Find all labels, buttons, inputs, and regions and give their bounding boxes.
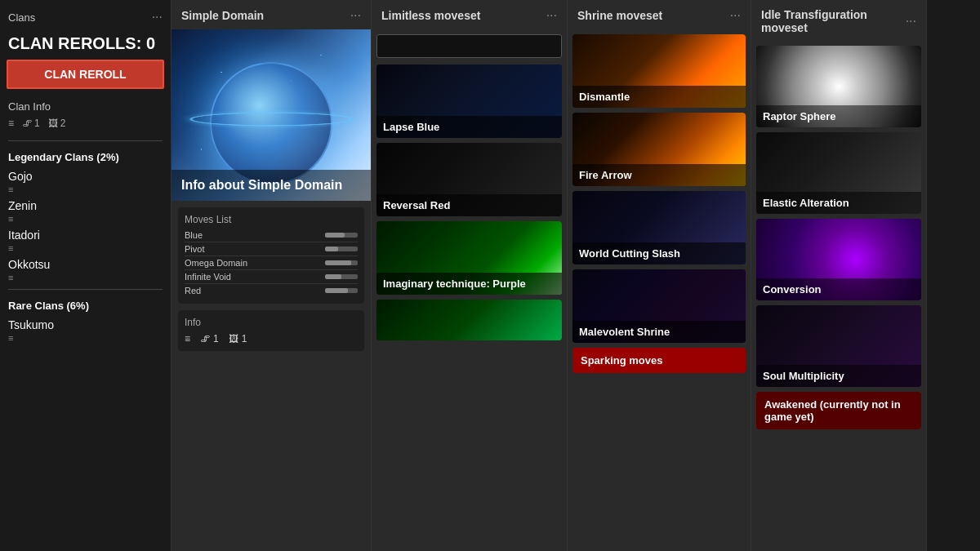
limitless-content: Lapse Blue Reversal Red Imaginary techni… [372,29,567,551]
move-card-fire-arrow[interactable]: Fire Arrow [572,113,746,186]
info-attach-icon: 🖇 [200,333,210,344]
column-simple-domain-title: Simple Domain [181,9,264,22]
sidebar-divider [8,140,163,141]
move-bar-red [325,288,358,293]
info-menu-icon: ≡ [185,333,190,344]
clan-sub-zenin: ≡ [8,214,163,224]
info-icon-attach: 🖇 1 [200,333,219,344]
fire-arrow-image: Fire Arrow [572,113,746,186]
move-bar-fill-red [325,288,348,293]
move-card-lapse-blue[interactable]: Lapse Blue [376,64,562,138]
clan-item-itadori[interactable]: Itadori ≡ [0,225,171,255]
move-row-infinite[interactable]: Infinite Void [185,270,358,284]
move-card-conversion[interactable]: Conversion [756,219,921,300]
clan-name-okkotsu: Okkotsu [8,258,163,271]
move-card-raptor-sphere[interactable]: Raptor Sphere [756,46,921,127]
move-bar-fill-pivot [325,247,338,251]
menu-icon: ≡ [8,118,14,129]
green-card-image [376,300,562,340]
move-name-blue: Blue [185,230,203,240]
move-card-elastic-alteration[interactable]: Elastic Alteration [756,132,921,214]
info-img-icon: 🖼 [229,333,238,344]
simple-domain-menu-icon[interactable]: ··· [350,8,361,23]
column-shrine-header: Shrine moveset ··· [568,0,751,29]
clan-icon-image: 🖼 2 [48,118,66,129]
move-bar-infinite [325,274,358,279]
sparking-moves-label: Sparking moves [581,354,737,367]
move-card-soul-multiplicity[interactable]: Soul Multiplicity [756,305,921,387]
sparking-moves-row[interactable]: Sparking moves [572,348,746,373]
shrine-content: Dismantle Fire Arrow World Cutting Slash… [568,29,751,551]
conversion-image: Conversion [756,219,921,300]
attachment-icon: 🖇 [22,118,32,129]
clan-reroll-button[interactable]: CLAN REROLL [7,60,164,89]
clan-sub-okkotsu: ≡ [8,273,163,282]
clan-rerolls-count: CLAN REROLLS: 0 [0,31,171,60]
move-row-pivot[interactable]: Pivot [185,242,358,256]
column-shrine: Shrine moveset ··· Dismantle Fire Arrow … [568,0,751,551]
simple-domain-overlay-text: Info about Simple Domain [181,178,361,193]
clan-sub-itadori: ≡ [8,243,163,253]
clan-item-gojo[interactable]: Gojo ≡ [0,167,171,196]
move-name-pivot: Pivot [185,244,204,254]
raptor-sphere-image: Raptor Sphere [756,46,921,127]
info-panel: Info ≡ 🖇 1 🖼 1 [178,310,364,351]
idle-content: Raptor Sphere Elastic Alteration Convers… [751,41,926,551]
move-bar-fill-infinite [325,274,341,279]
shrine-menu-icon[interactable]: ··· [730,8,741,23]
sidebar-header: Clans ··· [0,7,171,31]
move-card-green[interactable] [376,300,562,340]
move-bar-fill-omega [325,260,351,265]
move-row-blue[interactable]: Blue [185,229,358,242]
soul-multiplicity-label: Soul Multiplicity [756,365,921,387]
limitless-search-input[interactable] [376,34,562,58]
column-limitless: Limitless moveset ··· Lapse Blue Reversa… [372,0,568,551]
move-bar-omega [325,260,358,265]
clan-item-okkotsu[interactable]: Okkotsu ≡ [0,255,171,284]
clan-item-zenin[interactable]: Zenin ≡ [0,196,171,225]
elastic-alteration-label: Elastic Alteration [756,192,921,214]
column-idle-title: Idle Transfiguration moveset [761,8,906,34]
clan-name-zenin: Zenin [8,199,163,212]
sidebar: Clans ··· CLAN REROLLS: 0 CLAN REROLL Cl… [0,0,172,551]
malevolent-image: Malevolent Shrine [572,269,746,343]
move-row-omega[interactable]: Omega Domain [185,256,358,270]
move-card-world-cutting[interactable]: World Cutting Slash [572,191,746,264]
column-idle-header: Idle Transfiguration moveset ··· [751,0,926,41]
column-idle-transfiguration: Idle Transfiguration moveset ··· Raptor … [751,0,927,551]
move-name-omega: Omega Domain [185,258,247,268]
soul-multiplicity-image: Soul Multiplicity [756,305,921,387]
lapse-blue-image: Lapse Blue [376,64,562,138]
conversion-label: Conversion [756,278,921,300]
move-card-reversal-red[interactable]: Reversal Red [376,143,562,216]
clan-icon-attachment: 🖇 1 [22,118,40,129]
column-simple-domain: Simple Domain ··· Info about Simple Doma… [172,0,372,551]
move-card-dismantle[interactable]: Dismantle [572,34,746,108]
column-simple-domain-header: Simple Domain ··· [172,0,371,29]
imaginary-purple-label: Imaginary technique: Purple [376,273,562,295]
reversal-red-label: Reversal Red [376,194,562,216]
simple-domain-ring [189,112,353,126]
limitless-menu-icon[interactable]: ··· [546,8,557,23]
clan-item-tsukumo[interactable]: Tsukumo ≡ [0,315,171,344]
move-name-infinite: Infinite Void [185,272,231,282]
clan-name-itadori: Itadori [8,229,163,242]
move-card-imaginary-purple[interactable]: Imaginary technique: Purple [376,221,562,295]
simple-domain-info-overlay: Info about Simple Domain [172,170,371,201]
sidebar-menu-icon[interactable]: ··· [152,10,163,24]
move-bar-blue [325,233,358,238]
lapse-blue-label: Lapse Blue [376,116,562,138]
clan-name-tsukumo: Tsukumo [8,318,163,331]
move-row-red[interactable]: Red [185,284,358,297]
idle-menu-icon[interactable]: ··· [906,14,916,29]
awakened-card[interactable]: Awakened (currently not in game yet) [756,392,921,429]
malevolent-label: Malevolent Shrine [572,321,746,343]
move-card-malevolent[interactable]: Malevolent Shrine [572,269,746,343]
clan-sub-gojo: ≡ [8,184,163,194]
clan-name-gojo: Gojo [8,170,163,183]
sidebar-divider-2 [8,289,163,290]
column-limitless-header: Limitless moveset ··· [372,0,567,29]
dismantle-label: Dismantle [572,86,746,108]
sidebar-title: Clans [8,11,35,24]
info-icon-img: 🖼 1 [229,333,247,344]
